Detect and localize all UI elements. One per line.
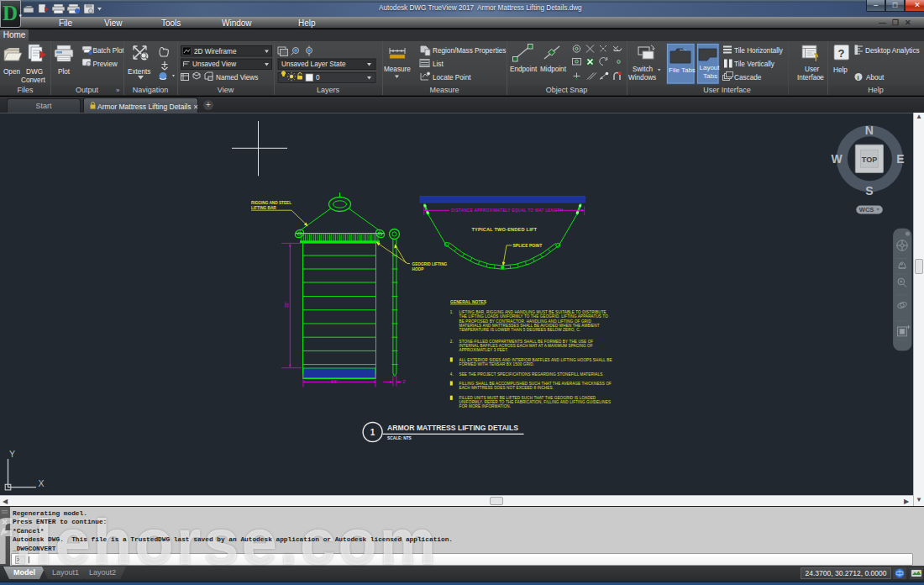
svg-text:?: ?: [838, 47, 845, 60]
svg-text:Interface: Interface: [797, 74, 824, 82]
svg-text:Tabs: Tabs: [703, 72, 717, 80]
svg-text:Unsaved View: Unsaved View: [192, 61, 236, 68]
svg-text:Tile Horizontally: Tile Horizontally: [734, 47, 784, 55]
svg-text:Region/Mass Properties: Region/Mass Properties: [433, 47, 506, 55]
svg-text:SEE THE PROJECT SPECIFICATIONS: SEE THE PROJECT SPECIFICATIONS REGARDING…: [459, 372, 604, 377]
svg-text:RIGGING AND STEEL: RIGGING AND STEEL: [251, 201, 291, 205]
svg-text:Desktop Analytics: Desktop Analytics: [865, 47, 920, 55]
svg-text:1: 1: [370, 428, 375, 437]
svg-text:Plot: Plot: [58, 68, 71, 76]
svg-text:SPLICE POINT: SPLICE POINT: [513, 243, 543, 248]
svg-text:Midpoint: Midpoint: [540, 66, 567, 73]
svg-text:E: E: [896, 152, 904, 166]
svg-text:Tile Vertically: Tile Vertically: [734, 61, 775, 68]
svg-text:Extents: Extents: [128, 68, 150, 76]
svg-text:i: i: [858, 74, 859, 82]
svg-text:S: S: [865, 184, 873, 198]
svg-text:Batch Plot: Batch Plot: [93, 47, 125, 55]
svg-text:User: User: [805, 66, 820, 73]
svg-text:1.: 1.: [450, 310, 454, 314]
svg-text:GENERAL NOTES: GENERAL NOTES: [450, 300, 487, 304]
svg-text:DISTANCE APPROXIMATELY EQUAL T: DISTANCE APPROXIMATELY EQUAL TO MAT LENG…: [451, 208, 563, 213]
svg-text:Locate Point: Locate Point: [433, 74, 471, 82]
svg-text:FOR MORE INFORMATION.: FOR MORE INFORMATION.: [459, 404, 512, 408]
svg-text:DWG: DWG: [26, 68, 43, 76]
svg-text:Measure: Measure: [384, 66, 411, 73]
svg-text:TOP: TOP: [862, 155, 877, 164]
svg-text:SCALE: NTS: SCALE: NTS: [387, 436, 412, 440]
svg-text:WCS: WCS: [859, 206, 874, 213]
svg-text:X: X: [39, 478, 45, 488]
svg-text:2': 2': [403, 380, 407, 384]
svg-text:LIFTING BAR: LIFTING BAR: [251, 206, 276, 210]
svg-text:TEMPERATURE IS LOWER THAN 5 DE: TEMPERATURE IS LOWER THAN 5 DEGREES BELO…: [459, 328, 581, 332]
svg-text:List: List: [433, 61, 444, 68]
svg-text:N: N: [865, 124, 874, 137]
svg-text:W: W: [831, 152, 843, 166]
svg-text:HOOP: HOOP: [412, 267, 424, 271]
svg-text:EACH MATTRESS DOES NOT EXCEED: EACH MATTRESS DOES NOT EXCEED 8 INCHES.: [459, 386, 554, 390]
svg-text:Unsaved Layer State: Unsaved Layer State: [281, 61, 346, 68]
svg-text:4.: 4.: [450, 372, 454, 377]
svg-text:Cascade: Cascade: [734, 74, 762, 82]
svg-text:About: About: [866, 74, 885, 82]
svg-text:FORMED WITH TENSAR BX 1500 GRI: FORMED WITH TENSAR BX 1500 GRID.: [459, 362, 535, 366]
svg-text:Open: Open: [3, 68, 20, 76]
svg-text:Help: Help: [833, 66, 848, 74]
svg-text:2.: 2.: [450, 340, 454, 344]
svg-text:Switch: Switch: [633, 66, 654, 73]
svg-text:32': 32': [284, 302, 289, 308]
svg-text:Named Views: Named Views: [216, 74, 258, 82]
svg-text:2D Wireframe: 2D Wireframe: [194, 48, 237, 55]
svg-text:GEOGRID LIFTING: GEOGRID LIFTING: [412, 262, 448, 266]
svg-text:Layout: Layout: [700, 64, 721, 71]
svg-text:Endpoint: Endpoint: [510, 66, 538, 73]
svg-text:APPROXIMATLEY 3 FEET.: APPROXIMATLEY 3 FEET.: [459, 348, 509, 352]
svg-text:TYPICAL TWO-ENDED LIFT: TYPICAL TWO-ENDED LIFT: [472, 227, 538, 232]
svg-text:8.5': 8.5': [331, 380, 337, 384]
svg-text:Preview: Preview: [93, 61, 118, 68]
svg-text:Y: Y: [9, 449, 15, 459]
svg-text:Convert: Convert: [21, 76, 45, 84]
svg-text:ARMOR MATTRESS LIFTING DETAILS: ARMOR MATTRESS LIFTING DETAILS: [387, 423, 518, 432]
svg-text:0: 0: [316, 74, 320, 82]
svg-text:File Tabs: File Tabs: [669, 66, 696, 74]
svg-text:Windows: Windows: [628, 74, 656, 82]
